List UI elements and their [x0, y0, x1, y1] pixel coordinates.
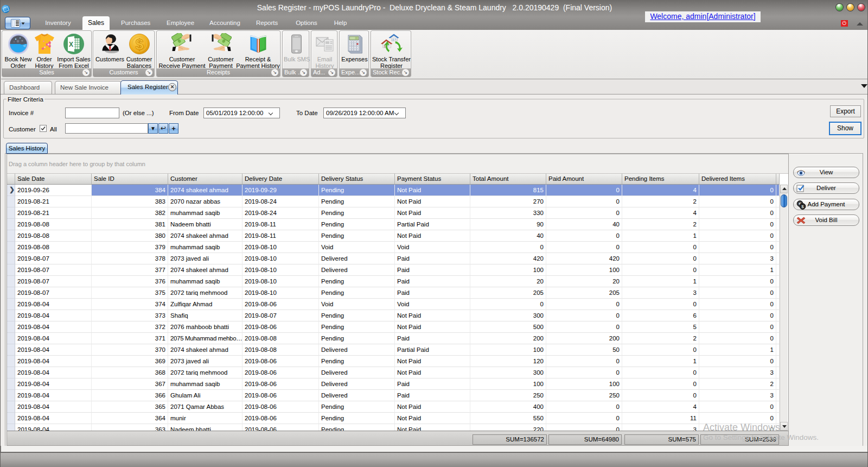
svg-text:X: X	[69, 41, 73, 48]
svg-text:$: $	[801, 204, 804, 209]
svg-text:$: $	[135, 36, 143, 53]
